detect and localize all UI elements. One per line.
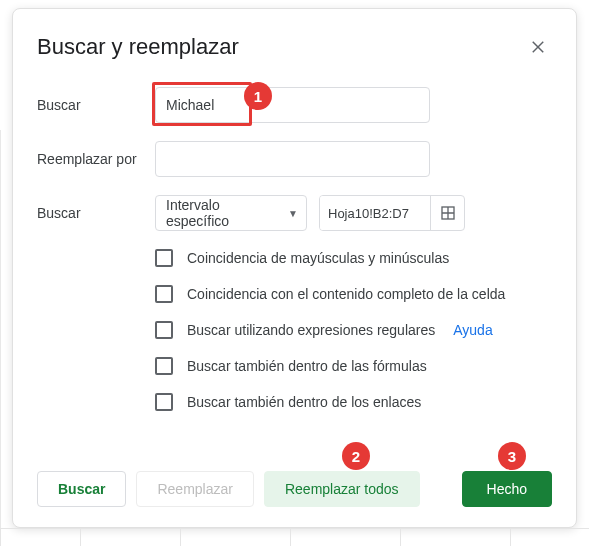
search-label: Buscar <box>37 97 143 113</box>
search-input[interactable] <box>155 87 430 123</box>
scope-dropdown[interactable]: Intervalo específico ▼ <box>155 195 307 231</box>
done-button[interactable]: Hecho <box>462 471 552 507</box>
replace-label: Reemplazar por <box>37 151 143 167</box>
regex-help-link[interactable]: Ayuda <box>453 322 492 338</box>
spreadsheet-grid <box>0 528 589 546</box>
annotation-badge-3: 3 <box>498 442 526 470</box>
search-button[interactable]: Buscar <box>37 471 126 507</box>
links-label: Buscar también dentro de los enlaces <box>187 394 421 410</box>
links-checkbox[interactable] <box>155 393 173 411</box>
regex-checkbox[interactable] <box>155 321 173 339</box>
range-input[interactable] <box>320 196 430 230</box>
annotation-badge-2: 2 <box>342 442 370 470</box>
entire-cell-checkbox[interactable] <box>155 285 173 303</box>
match-case-label: Coincidencia de mayúsculas y minúsculas <box>187 250 449 266</box>
formulas-label: Buscar también dentro de las fórmulas <box>187 358 427 374</box>
dialog-title: Buscar y reemplazar <box>37 34 239 60</box>
grid-icon <box>440 205 456 221</box>
close-button[interactable] <box>524 33 552 61</box>
formulas-checkbox[interactable] <box>155 357 173 375</box>
replace-input[interactable] <box>155 141 430 177</box>
scope-dropdown-value: Intervalo específico <box>166 197 282 229</box>
chevron-down-icon: ▼ <box>288 208 298 219</box>
entire-cell-label: Coincidencia con el contenido completo d… <box>187 286 505 302</box>
scope-label: Buscar <box>37 205 143 221</box>
replace-button: Reemplazar <box>136 471 253 507</box>
find-replace-dialog: Buscar y reemplazar Buscar Reemplazar po… <box>12 8 577 528</box>
range-picker-button[interactable] <box>430 196 464 230</box>
match-case-checkbox[interactable] <box>155 249 173 267</box>
close-icon <box>529 38 547 56</box>
regex-label: Buscar utilizando expresiones regulares <box>187 322 435 338</box>
annotation-badge-1: 1 <box>244 82 272 110</box>
replace-all-button[interactable]: Reemplazar todos <box>264 471 420 507</box>
